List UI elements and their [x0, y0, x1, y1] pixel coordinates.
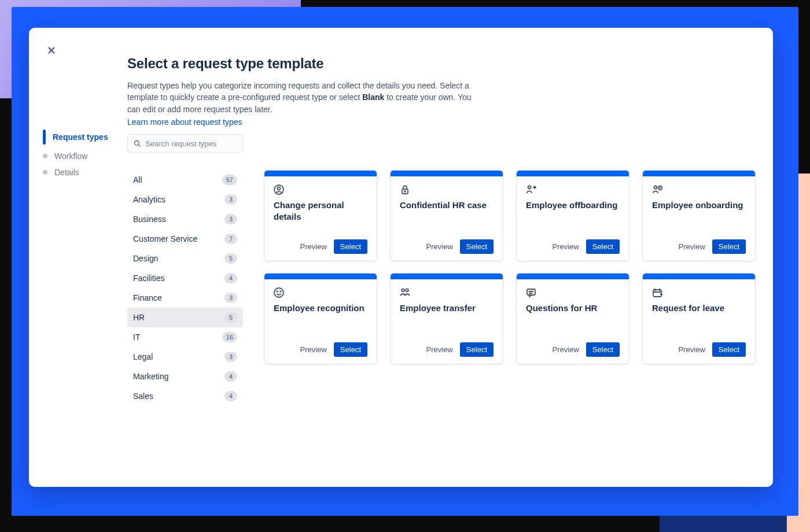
category-count-badge: 3 [224, 214, 237, 224]
card-title: Employee offboarding [526, 200, 620, 211]
category-item[interactable]: Marketing4 [127, 367, 243, 386]
template-card: Questions for HRPreviewSelect [516, 273, 629, 364]
category-list: All57Analytics3Business3Customer Service… [127, 170, 243, 406]
close-icon [47, 46, 56, 54]
category-label: Design [133, 254, 159, 263]
select-button[interactable]: Select [334, 342, 367, 357]
card-title: Questions for HR [526, 302, 620, 314]
card-accent-stripe [643, 274, 755, 279]
category-count-badge: 7 [224, 234, 237, 244]
category-label: Legal [133, 352, 153, 361]
category-item[interactable]: Business3 [127, 209, 243, 229]
step-request-types[interactable]: Request types [43, 126, 118, 148]
step-workflow[interactable]: Workflow [43, 148, 118, 164]
search-input[interactable] [145, 139, 237, 148]
category-count-badge: 4 [224, 273, 237, 283]
category-item[interactable]: Facilities4 [127, 268, 243, 288]
step-active-indicator [43, 130, 46, 145]
category-item[interactable]: Finance3 [127, 288, 243, 308]
step-details[interactable]: Details [43, 164, 118, 180]
card-title: Change personal details [274, 200, 367, 222]
card-accent-stripe [391, 171, 503, 176]
template-card: Request for leavePreviewSelect [642, 273, 756, 364]
category-item[interactable]: Design5 [127, 249, 243, 268]
category-count-badge: 57 [222, 175, 237, 185]
preview-button[interactable]: Preview [553, 345, 579, 354]
category-label: IT [133, 332, 140, 342]
card-title: Employee transfer [400, 302, 494, 314]
category-item[interactable]: Sales4 [127, 386, 243, 406]
search-box[interactable] [127, 134, 243, 153]
page-title: Select a request type template [127, 56, 738, 72]
select-button[interactable]: Select [586, 342, 620, 357]
person-arrow-right-icon [526, 184, 536, 195]
category-label: HR [133, 313, 145, 322]
template-card: Confidential HR casePreviewSelect [390, 170, 503, 261]
search-icon [134, 139, 141, 147]
preview-button[interactable]: Preview [300, 242, 327, 251]
select-button[interactable]: Select [334, 239, 367, 254]
category-label: Analytics [133, 195, 165, 204]
template-card: Employee offboardingPreviewSelect [516, 170, 629, 261]
card-accent-stripe [264, 171, 377, 176]
preview-button[interactable]: Preview [300, 345, 327, 354]
template-card: Change personal detailsPreviewSelect [264, 170, 377, 261]
preview-button[interactable]: Preview [553, 242, 579, 251]
category-count-badge: 3 [224, 352, 237, 362]
step-dot-icon [43, 170, 47, 175]
category-item[interactable]: IT16 [127, 327, 243, 347]
category-label: Facilities [133, 274, 164, 283]
person-circle-icon [274, 184, 284, 195]
select-button[interactable]: Select [586, 239, 620, 254]
select-button[interactable]: Select [712, 342, 746, 357]
close-button[interactable] [46, 45, 57, 56]
category-count-badge: 5 [224, 312, 237, 323]
category-count-badge: 16 [222, 332, 237, 342]
card-accent-stripe [643, 171, 755, 176]
category-label: Customer Service [133, 234, 197, 243]
preview-button[interactable]: Preview [426, 242, 453, 251]
template-card: Employee recognitionPreviewSelect [264, 273, 377, 364]
template-card: Employee onboardingPreviewSelect [642, 170, 756, 261]
chat-icon [526, 287, 536, 298]
category-item[interactable]: All57 [127, 170, 243, 190]
category-count-badge: 4 [224, 391, 237, 401]
preview-button[interactable]: Preview [679, 242, 705, 251]
template-card: Employee transferPreviewSelect [390, 273, 503, 364]
card-accent-stripe [391, 274, 503, 279]
select-button[interactable]: Select [460, 239, 494, 254]
template-grid: Change personal detailsPreviewSelectConf… [264, 170, 756, 406]
preview-button[interactable]: Preview [679, 345, 705, 354]
lock-icon [400, 184, 410, 195]
category-label: Finance [133, 293, 162, 302]
people-icon [400, 287, 410, 298]
category-label: Business [133, 215, 166, 224]
modal-header: Select a request type template Request t… [127, 56, 738, 127]
select-button[interactable]: Select [460, 342, 494, 357]
step-dot-icon [43, 154, 47, 158]
modal-panel: Select a request type template Request t… [29, 28, 773, 487]
category-item[interactable]: Analytics3 [127, 190, 243, 209]
card-accent-stripe [517, 274, 629, 279]
card-title: Employee recognition [274, 302, 367, 314]
page-description: Request types help you categorize incomi… [127, 80, 474, 115]
category-item[interactable]: Customer Service7 [127, 229, 243, 249]
card-title: Employee onboarding [652, 200, 746, 211]
card-title: Request for leave [652, 302, 746, 314]
svg-point-0 [135, 141, 139, 145]
step-label: Workflow [54, 152, 87, 161]
calendar-plus-icon [652, 287, 662, 298]
category-item[interactable]: Legal3 [127, 347, 243, 367]
category-count-badge: 3 [224, 194, 237, 205]
category-label: All [133, 175, 142, 184]
select-button[interactable]: Select [712, 239, 746, 254]
desc-bold: Blank [362, 93, 384, 102]
category-count-badge: 3 [224, 293, 237, 303]
smile-icon [274, 287, 284, 298]
step-label: Details [54, 168, 79, 177]
category-item[interactable]: HR5 [127, 308, 243, 327]
card-accent-stripe [517, 171, 629, 176]
preview-button[interactable]: Preview [426, 345, 453, 354]
learn-more-link[interactable]: Learn more about request types [127, 117, 242, 127]
category-count-badge: 4 [224, 371, 237, 382]
